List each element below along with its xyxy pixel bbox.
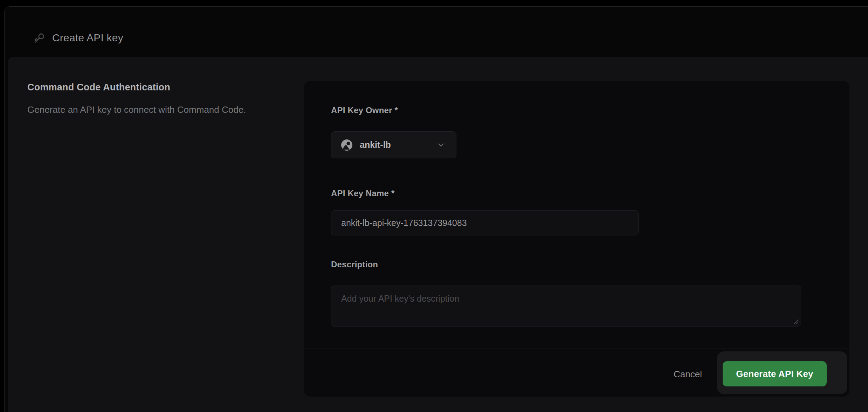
section-heading: Command Code Authentication: [27, 82, 170, 93]
api-key-form-card: API Key Owner * ankit-lb API Key Name * …: [304, 81, 849, 397]
description-label: Description: [331, 260, 378, 269]
avatar-image-icon: [341, 139, 353, 151]
api-key-owner-label: API Key Owner *: [331, 105, 398, 115]
api-key-owner-select[interactable]: ankit-lb: [331, 131, 456, 158]
modal-header: Create API key: [34, 32, 123, 44]
description-textarea[interactable]: [331, 286, 801, 327]
key-icon: [34, 33, 44, 43]
footer-divider: [304, 349, 849, 349]
modal-title: Create API key: [52, 32, 123, 44]
generate-api-key-button[interactable]: Generate API Key: [723, 361, 827, 386]
api-key-name-label: API Key Name *: [331, 188, 395, 198]
submit-button-highlight: Generate API Key: [717, 351, 847, 394]
api-key-owner-value: ankit-lb: [360, 140, 436, 150]
resize-grip-icon[interactable]: [793, 319, 799, 325]
description-field-wrap: [331, 286, 801, 327]
api-key-name-input[interactable]: [331, 210, 639, 235]
cancel-button[interactable]: Cancel: [667, 365, 709, 383]
section-description: Generate an API key to connect with Comm…: [27, 104, 246, 115]
chevron-down-icon: [436, 140, 446, 150]
